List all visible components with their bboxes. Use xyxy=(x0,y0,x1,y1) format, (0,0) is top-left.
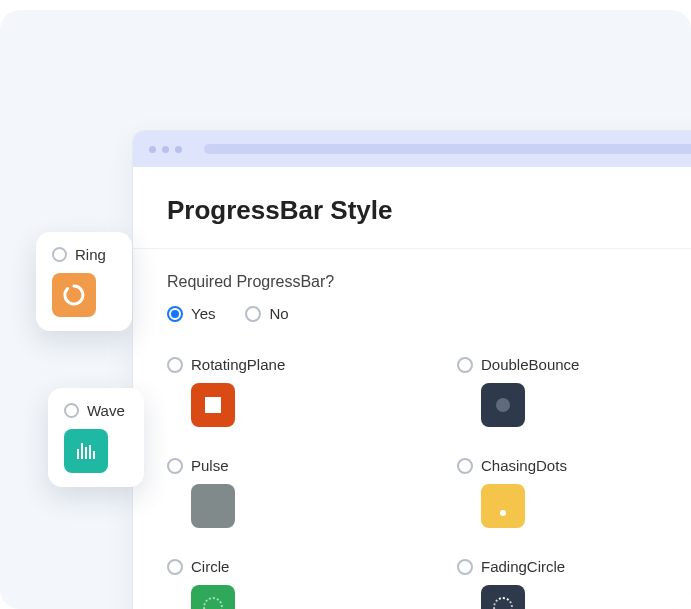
floating-card-wave[interactable]: Wave xyxy=(48,388,144,487)
rotatingplane-swatch-icon xyxy=(191,383,235,427)
radio-no-label: No xyxy=(269,305,288,322)
radio-icon xyxy=(167,458,183,474)
style-option-fadingcircle[interactable]: FadingCircle xyxy=(457,558,691,609)
style-label: Pulse xyxy=(191,457,229,474)
radio-no[interactable]: No xyxy=(245,305,288,322)
question-label: Required ProgressBar? xyxy=(167,273,691,291)
radio-icon xyxy=(457,357,473,373)
required-radio-group: Yes No xyxy=(167,305,691,322)
radio-icon xyxy=(167,357,183,373)
wave-swatch-icon xyxy=(64,429,108,473)
style-label: RotatingPlane xyxy=(191,356,285,373)
radio-icon xyxy=(167,559,183,575)
style-option-circle[interactable]: Circle xyxy=(167,558,427,609)
style-option-rotatingplane[interactable]: RotatingPlane xyxy=(167,356,427,427)
style-option-chasingdots[interactable]: ChasingDots xyxy=(457,457,691,528)
style-label: DoubleBounce xyxy=(481,356,579,373)
browser-window: ProgressBar Style Required ProgressBar? … xyxy=(132,130,691,609)
radio-yes-label: Yes xyxy=(191,305,215,322)
style-label: Wave xyxy=(87,402,125,419)
floating-card-ring[interactable]: Ring xyxy=(36,232,132,331)
style-option-pulse[interactable]: Pulse xyxy=(167,457,427,528)
radio-icon xyxy=(245,306,261,322)
circle-swatch-icon xyxy=(191,585,235,609)
doublebounce-swatch-icon xyxy=(481,383,525,427)
page-title: ProgressBar Style xyxy=(167,195,691,226)
pulse-swatch-icon xyxy=(191,484,235,528)
radio-icon xyxy=(457,458,473,474)
style-label: FadingCircle xyxy=(481,558,565,575)
radio-icon xyxy=(167,306,183,322)
radio-icon xyxy=(457,559,473,575)
radio-icon xyxy=(52,247,67,262)
window-dot-icon xyxy=(162,146,169,153)
browser-titlebar xyxy=(133,131,691,167)
page-content: ProgressBar Style Required ProgressBar? … xyxy=(133,167,691,609)
fadingcircle-swatch-icon xyxy=(481,585,525,609)
style-label: Circle xyxy=(191,558,229,575)
url-bar[interactable] xyxy=(204,144,691,154)
style-label: ChasingDots xyxy=(481,457,567,474)
radio-icon xyxy=(64,403,79,418)
chasingdots-swatch-icon xyxy=(481,484,525,528)
style-options-grid: RotatingPlane DoubleBounce Pulse xyxy=(167,356,691,609)
style-option-doublebounce[interactable]: DoubleBounce xyxy=(457,356,691,427)
window-dot-icon xyxy=(149,146,156,153)
radio-yes[interactable]: Yes xyxy=(167,305,215,322)
ring-swatch-icon xyxy=(52,273,96,317)
divider xyxy=(133,248,691,249)
style-label: Ring xyxy=(75,246,106,263)
window-dot-icon xyxy=(175,146,182,153)
